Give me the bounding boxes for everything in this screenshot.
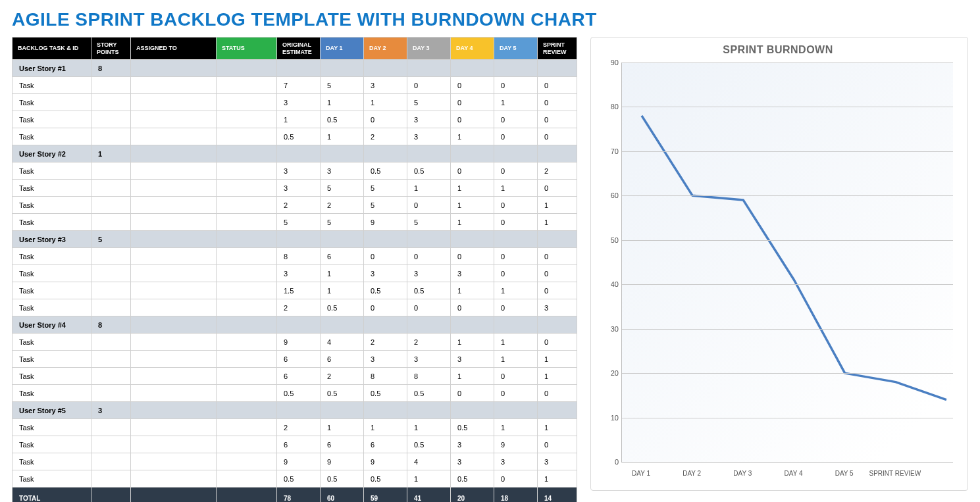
cell-assigned (131, 334, 217, 351)
y-tick-label: 50 (596, 236, 619, 244)
cell-points (91, 265, 131, 282)
cell-task: User Story #4 (13, 316, 91, 334)
backlog-table: BACKLOG TASK & ID STORY POINTS ASSIGNED … (12, 37, 577, 502)
cell-estimate: 6 (277, 351, 321, 368)
table-header-row: BACKLOG TASK & ID STORY POINTS ASSIGNED … (13, 38, 577, 60)
x-tick-label: DAY 3 (733, 470, 752, 477)
cell-review: 0 (538, 436, 577, 453)
cell-day1: 0.5 (321, 111, 364, 128)
cell-day5: 0 (494, 385, 538, 402)
cell-status (217, 197, 277, 214)
cell-estimate: 7 (277, 77, 321, 94)
cell-review (538, 60, 577, 77)
col-day5: DAY 5 (494, 38, 538, 60)
cell-estimate (277, 402, 321, 419)
task-row: Task6288101 (13, 368, 577, 385)
cell-day3: 3 (407, 351, 451, 368)
cell-day3: 0.5 (407, 385, 451, 402)
cell-estimate: 6 (277, 368, 321, 385)
cell-day1: 3 (321, 163, 364, 180)
col-review: SPRINT REVIEW (538, 38, 577, 60)
cell-status (217, 77, 277, 94)
cell-day1: 5 (321, 77, 364, 94)
cell-estimate: 8 (277, 248, 321, 265)
total-rev: 14 (538, 488, 577, 503)
total-d2: 59 (364, 488, 407, 503)
cell-day1: 6 (321, 351, 364, 368)
cell-points (91, 282, 131, 299)
cell-day4: 3 (451, 453, 494, 470)
cell-day3: 4 (407, 453, 451, 470)
x-tick-label: DAY 4 (785, 470, 803, 477)
cell-review: 0 (538, 248, 577, 265)
cell-points (91, 77, 131, 94)
col-status: STATUS (217, 38, 277, 60)
cell-day3: 0.5 (407, 282, 451, 299)
cell-day2: 3 (364, 77, 407, 94)
cell-task: Task (13, 299, 91, 316)
cell-day2: 0.5 (364, 385, 407, 402)
cell-day5: 1 (494, 334, 538, 351)
cell-review: 0 (538, 77, 577, 94)
cell-points (91, 299, 131, 316)
cell-status (217, 368, 277, 385)
cell-day2: 8 (364, 368, 407, 385)
cell-day2: 2 (364, 334, 407, 351)
cell-day3: 3 (407, 128, 451, 145)
cell-assigned (131, 265, 217, 282)
cell-day5: 0 (494, 197, 538, 214)
cell-day4: 0 (451, 77, 494, 94)
cell-day2: 3 (364, 265, 407, 282)
cell-day1: 2 (321, 368, 364, 385)
chart-title: SPRINT BURNDOWN (596, 44, 960, 56)
cell-assigned (131, 419, 217, 436)
cell-day4: 0 (451, 248, 494, 265)
cell-task: Task (13, 180, 91, 197)
cell-day5: 0 (494, 470, 538, 488)
x-tick-label: DAY 2 (683, 470, 701, 477)
cell-day1 (321, 402, 364, 419)
task-row: Task20.500003 (13, 299, 577, 316)
cell-review: 1 (538, 368, 577, 385)
col-points: STORY POINTS (91, 38, 131, 60)
cell-assigned (131, 231, 217, 248)
task-row: Task3133300 (13, 265, 577, 282)
cell-points (91, 248, 131, 265)
cell-review (538, 316, 577, 334)
cell-points: 8 (91, 60, 131, 77)
cell-day1: 1 (321, 128, 364, 145)
cell-day2: 5 (364, 197, 407, 214)
cell-day1 (321, 316, 364, 334)
cell-day4 (451, 60, 494, 77)
grid-line (622, 195, 953, 196)
cell-assigned (131, 60, 217, 77)
grid-line (622, 329, 953, 330)
cell-day3: 1 (407, 470, 451, 488)
cell-task: Task (13, 94, 91, 111)
cell-day1: 1 (321, 419, 364, 436)
cell-day3: 1 (407, 419, 451, 436)
cell-status (217, 94, 277, 111)
cell-status (217, 180, 277, 197)
cell-estimate: 5 (277, 214, 321, 231)
cell-day2: 0.5 (364, 470, 407, 488)
x-tick-label: DAY 1 (632, 470, 650, 477)
cell-review: 0 (538, 265, 577, 282)
cell-task: Task (13, 385, 91, 402)
cell-points (91, 180, 131, 197)
cell-day4: 0 (451, 111, 494, 128)
cell-day5: 0 (494, 299, 538, 316)
cell-points (91, 111, 131, 128)
cell-review: 0 (538, 111, 577, 128)
cell-day2: 9 (364, 214, 407, 231)
cell-review (538, 231, 577, 248)
cell-status (217, 214, 277, 231)
cell-day5: 0 (494, 368, 538, 385)
cell-day3: 0.5 (407, 163, 451, 180)
cell-day2 (364, 231, 407, 248)
cell-review: 0 (538, 180, 577, 197)
cell-estimate (277, 145, 321, 163)
cell-task: User Story #1 (13, 60, 91, 77)
cell-assigned (131, 180, 217, 197)
cell-points (91, 163, 131, 180)
